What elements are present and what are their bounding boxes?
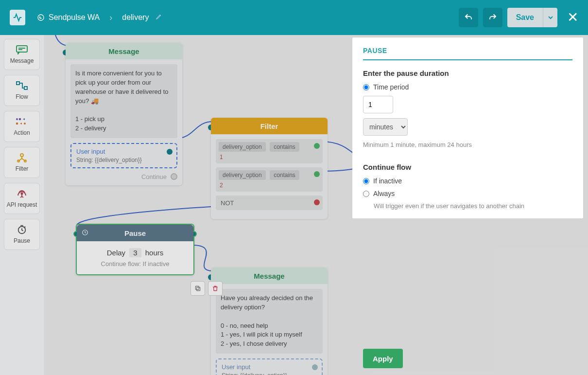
whatsapp-icon (37, 14, 45, 21)
svg-rect-1 (17, 46, 27, 52)
sidebar-label: Pause (14, 237, 30, 244)
connector-out[interactable] (314, 143, 320, 149)
message-text: Have you already decided on the delivery… (216, 289, 323, 354)
rule-value: 1 (219, 154, 320, 161)
continue-flow-line: Continue flow: If inactive (84, 260, 187, 268)
node-title: Message (66, 43, 182, 59)
copy-button[interactable] (190, 281, 205, 296)
duration-label: Enter the pause duration (363, 69, 572, 77)
pause-settings-panel: PAUSE Enter the pause duration Time peri… (352, 37, 583, 218)
message-text: Is it more convenient for you to pick up… (70, 64, 177, 138)
filter-icon (15, 153, 29, 162)
node-message-2[interactable]: Message Have you already decided on the … (211, 268, 328, 375)
sidebar-label: Action (14, 129, 30, 136)
save-group: Save (507, 8, 557, 27)
rule-value: 2 (219, 182, 320, 189)
delay-line: Delay 3 hours (84, 248, 187, 257)
rule-op: contains (270, 142, 299, 152)
user-input-block[interactable]: User input String: {{delivery_option}} (70, 143, 177, 168)
svg-point-6 (16, 118, 18, 120)
rule-field: delivery_option (219, 142, 266, 152)
clock-icon (82, 229, 88, 237)
svg-rect-5 (24, 87, 27, 89)
duration-unit-select[interactable]: minutes (363, 118, 408, 136)
api-icon (15, 189, 29, 198)
sidebar-item-pause[interactable]: Pause (4, 219, 40, 250)
duration-hint: Minimum 1 minute, maximum 24 hours (363, 141, 572, 149)
node-filter[interactable]: Filter delivery_option contains 1 delive… (211, 118, 328, 219)
pause-title-text: Pause (124, 229, 146, 237)
svg-rect-8 (16, 123, 18, 125)
sidebar-label: Message (10, 57, 34, 64)
tool-sidebar: Message Flow Action Filter API request P… (0, 35, 44, 375)
sidebar-item-api[interactable]: API request (4, 183, 40, 214)
sidebar-item-message[interactable]: Message (4, 39, 40, 70)
continue-flow-label: Continue flow (363, 163, 572, 171)
bot-name-text: Sendpulse WA (49, 13, 100, 22)
delete-button[interactable] (208, 281, 223, 296)
user-input-block[interactable]: User input String: {{delivery_option}} (216, 358, 323, 375)
sidebar-label: Flow (16, 93, 28, 100)
always-hint: Will trigger even if the user navigates … (374, 202, 572, 210)
connector-out[interactable] (314, 171, 320, 177)
node-title: Pause (77, 225, 193, 241)
redo-button[interactable] (483, 8, 502, 27)
header-actions: Save ✕ (459, 8, 578, 27)
node-title: Filter (211, 118, 328, 134)
not-label: NOT (219, 198, 236, 208)
svg-rect-17 (195, 286, 199, 289)
edit-icon[interactable] (156, 13, 162, 22)
sidebar-label: API request (7, 201, 37, 208)
bot-name[interactable]: Sendpulse WA (37, 13, 100, 22)
connector-out[interactable] (167, 149, 173, 155)
sidebar-item-filter[interactable]: Filter (4, 147, 40, 178)
flow-icon (15, 81, 29, 90)
connector-out[interactable] (314, 199, 320, 205)
continue-label: Continue (141, 173, 167, 180)
duration-value-input[interactable] (363, 96, 393, 113)
time-period-radio-input[interactable] (363, 84, 369, 90)
save-dropdown[interactable] (543, 8, 557, 27)
rule-op: contains (270, 170, 299, 180)
panel-title: PAUSE (363, 47, 572, 60)
continue-row: Continue (70, 173, 177, 180)
user-input-label: User input (222, 363, 317, 371)
close-icon[interactable]: ✕ (567, 11, 578, 24)
filter-rule-not[interactable]: NOT (216, 196, 323, 210)
node-title: Message (211, 268, 328, 284)
svg-rect-4 (17, 82, 19, 85)
apply-button[interactable]: Apply (363, 349, 403, 368)
svg-rect-16 (197, 287, 200, 291)
node-tools (190, 281, 223, 296)
node-message-1[interactable]: Message Is it more convenient for you to… (66, 43, 182, 185)
pause-icon (15, 225, 29, 234)
user-input-sub: String: {{delivery_option}} (222, 372, 317, 375)
rule-field: delivery_option (219, 170, 266, 180)
time-period-radio[interactable]: Time period (363, 83, 572, 91)
svg-point-0 (38, 15, 44, 20)
undo-button[interactable] (459, 8, 478, 27)
connector-out[interactable] (312, 364, 318, 370)
filter-rule-2[interactable]: delivery_option contains 2 (216, 167, 323, 192)
apply-bar: Apply (352, 342, 583, 375)
save-button[interactable]: Save (507, 8, 543, 27)
logo-icon[interactable] (10, 10, 25, 25)
if-inactive-radio[interactable]: If inactive (363, 177, 572, 185)
connector-continue[interactable] (171, 173, 177, 180)
if-inactive-radio-input[interactable] (363, 178, 369, 184)
user-input-sub: String: {{delivery_option}} (76, 157, 172, 163)
sidebar-item-flow[interactable]: Flow (4, 75, 40, 106)
always-radio-input[interactable] (363, 191, 369, 197)
always-radio[interactable]: Always (363, 190, 572, 197)
filter-rule-1[interactable]: delivery_option contains 1 (216, 139, 323, 163)
node-pause[interactable]: Pause Delay 3 hours Continue flow: If in… (76, 224, 194, 275)
action-icon (15, 117, 29, 126)
flow-name[interactable]: delivery (122, 13, 149, 22)
sidebar-item-action[interactable]: Action (4, 111, 40, 142)
chevron-right-icon: › (109, 13, 112, 23)
svg-point-10 (20, 154, 23, 157)
sidebar-label: Filter (16, 165, 29, 172)
always-label: Always (373, 190, 395, 197)
top-header: Sendpulse WA › delivery Save ✕ (0, 0, 588, 35)
user-input-label: User input (76, 148, 172, 155)
